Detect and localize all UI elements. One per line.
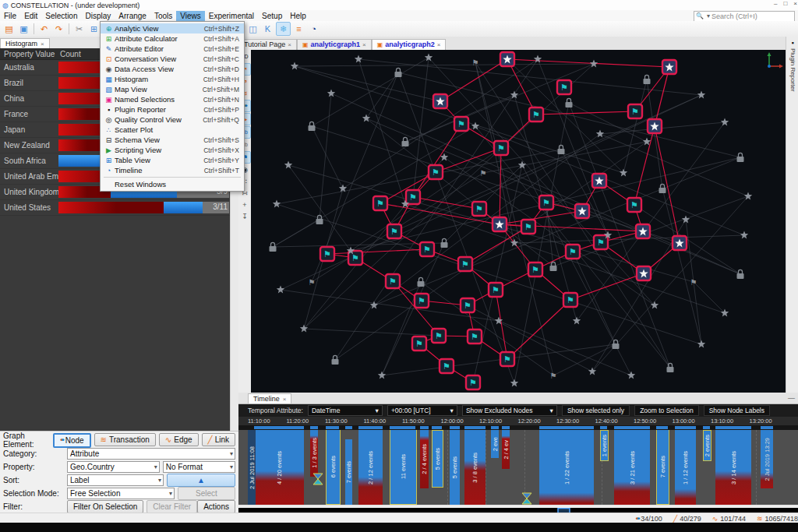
- show-selected-only-button[interactable]: Show selected only: [562, 405, 630, 416]
- pin-icon[interactable]: ↧: [239, 211, 250, 222]
- graph-element-link-button[interactable]: ╱Link: [202, 433, 235, 446]
- tab-histogram[interactable]: Histogram ×: [0, 38, 50, 48]
- show-node-labels-button[interactable]: Show Node Labels: [704, 405, 770, 416]
- graph-node-selected[interactable]: ⚑: [500, 352, 514, 366]
- menu-file[interactable]: File: [0, 11, 20, 21]
- timeline-event-bar[interactable]: 3 / 21 events: [614, 430, 650, 505]
- graph-node-selected[interactable]: ⚑: [386, 274, 400, 288]
- timeline-event-bar[interactable]: 1 / 3 events: [310, 430, 318, 477]
- format-select[interactable]: No Format▾: [163, 461, 235, 473]
- graph-node[interactable]: [284, 161, 292, 169]
- menu-tools[interactable]: Tools: [150, 11, 176, 21]
- tab-close-icon[interactable]: ×: [41, 41, 44, 48]
- graph-node[interactable]: [291, 62, 298, 70]
- category-select[interactable]: Attribute▾: [67, 448, 235, 460]
- timeline-toggle-icon[interactable]: ◔: [307, 23, 320, 35]
- graph-node-selected[interactable]: ⚑: [563, 293, 577, 307]
- tab-close-icon[interactable]: ×: [288, 41, 291, 48]
- graph-node-selected[interactable]: [575, 204, 589, 218]
- timeline-event-bar[interactable]: 6 events: [326, 430, 341, 505]
- graph-canvas[interactable]: ⚑⚑⚑⚑⚑⚑⚑⚑⚑⚑⚑⚑⚑⚑⚑⚑⚑⚑⚑⚑⚑⚑⚑⚑⚑⚑⚑⚑⚑⚑⚑⚑⚑⚑⚑⚑: [251, 50, 786, 393]
- graph-node[interactable]: [534, 55, 542, 63]
- redo-icon[interactable]: ↷: [52, 23, 65, 35]
- graph-node-selected[interactable]: ⚑: [429, 165, 443, 179]
- timeline-event-bar[interactable]: 1 / 22 events: [539, 430, 594, 505]
- graph-node[interactable]: [277, 286, 284, 294]
- menu-selection[interactable]: Selection: [41, 11, 81, 21]
- property-select[interactable]: Geo.Country▾: [67, 461, 160, 473]
- graph-node-selected[interactable]: ⚑: [387, 224, 401, 238]
- graph-node[interactable]: [332, 355, 339, 365]
- menu-edit[interactable]: Edit: [20, 11, 41, 21]
- timeline-event-bar[interactable]: 2 / 4 ev: [502, 430, 510, 469]
- graph-node-selected[interactable]: [592, 174, 606, 188]
- timeline-selection-marker-icon[interactable]: [522, 493, 531, 504]
- graph-element-node-button[interactable]: •••Node: [53, 433, 90, 448]
- menu-item-named-selections[interactable]: ▣Named SelectionsCtrl+Shift+N: [101, 94, 244, 104]
- graph-node[interactable]: [659, 184, 666, 193]
- pan-mode-icon[interactable]: +: [239, 199, 250, 210]
- graph-node-selected[interactable]: ⚑: [528, 262, 542, 277]
- graph-node-selected[interactable]: ⚑: [566, 245, 580, 259]
- new-graph-icon[interactable]: ▤: [2, 23, 16, 35]
- timeline-event-bar[interactable]: 3 / 14 events: [715, 430, 751, 505]
- sort-direction-button[interactable]: ▲: [167, 474, 235, 487]
- timeline-minimize-icon[interactable]: —: [788, 394, 795, 402]
- menu-item-table-view[interactable]: ⊞Table ViewCtrl+Shift+Y: [101, 155, 244, 165]
- histogram-row-united-states[interactable]: United States3/11: [0, 200, 238, 216]
- graph-node-selected[interactable]: ⚑: [440, 359, 454, 373]
- graph-node[interactable]: [395, 68, 402, 77]
- graph-node-selected[interactable]: ⚑: [628, 104, 642, 118]
- graph-node[interactable]: [270, 242, 277, 252]
- graph-node[interactable]: [316, 215, 323, 224]
- menu-item-reset-windows[interactable]: Reset Windows: [101, 179, 244, 189]
- graph-node-selected[interactable]: [636, 224, 650, 238]
- select-button[interactable]: Select: [178, 487, 235, 500]
- graph-node[interactable]: [697, 340, 705, 348]
- zoom-to-selection-button[interactable]: Zoom to Selection: [634, 405, 699, 416]
- k-arrange-icon[interactable]: K: [261, 23, 274, 35]
- graph-node[interactable]: [441, 238, 448, 248]
- graph-node-selected[interactable]: ⚑: [521, 220, 535, 234]
- timeline-event-bar[interactable]: 2 / 12 events: [358, 430, 383, 505]
- tab-analyticgraph2[interactable]: ▣analyticgraph2×: [372, 39, 447, 50]
- filter-on-selection-button[interactable]: Filter On Selection: [67, 500, 143, 513]
- plugin-reporter-tab[interactable]: ▪ Plugin Reporter: [786, 37, 798, 393]
- tab-timeline[interactable]: Timeline ×: [248, 393, 291, 403]
- graph-node-selected[interactable]: [500, 52, 514, 66]
- graph-node-selected[interactable]: [662, 60, 676, 74]
- graph-node[interactable]: [566, 98, 573, 107]
- graph-node[interactable]: [573, 317, 581, 325]
- graph-node-selected[interactable]: ⚑: [406, 190, 420, 204]
- timeline-event-bar[interactable]: 2 events: [703, 430, 711, 461]
- graph-node[interactable]: ⚑: [480, 169, 487, 178]
- timeline-event-bar[interactable]: 4 / 20 events: [254, 430, 304, 505]
- graph-node-selected[interactable]: ⚑: [494, 141, 508, 155]
- timeline-event-bar[interactable]: 2 / 4 events: [420, 430, 429, 488]
- graph-node[interactable]: [370, 301, 378, 309]
- graph-node[interactable]: ⚑: [309, 278, 316, 287]
- sort-select[interactable]: Label▾: [67, 474, 164, 486]
- graph-node[interactable]: [378, 372, 386, 379]
- cut-icon[interactable]: ✂: [72, 23, 86, 35]
- menu-item-attribute-calculator[interactable]: ⊞Attribute CalculatorCtrl+Shift+A: [101, 33, 244, 44]
- graph-node-selected[interactable]: [433, 94, 447, 108]
- menu-item-analytic-view[interactable]: ⊕Analytic ViewCtrl+Shift+Z: [101, 23, 244, 33]
- graph-node-selected[interactable]: ⚑: [461, 298, 475, 312]
- graph-node[interactable]: [558, 145, 565, 154]
- graph-node[interactable]: ⚑: [690, 278, 697, 287]
- maximize-button[interactable]: □: [783, 0, 787, 7]
- menu-item-conversation-view[interactable]: ⊡Conversation ViewCtrl+Shift+C: [101, 54, 244, 64]
- datetime-select[interactable]: DateTime▾: [308, 405, 383, 416]
- menu-help[interactable]: Help: [286, 11, 310, 21]
- graph-node[interactable]: [355, 55, 362, 63]
- menu-item-map-view[interactable]: ▧Map ViewCtrl+Shift+M: [101, 84, 244, 94]
- graph-node[interactable]: [550, 262, 557, 271]
- link-mode-icon[interactable]: ◫: [246, 23, 260, 35]
- graph-node[interactable]: [697, 91, 705, 99]
- graph-node-selected[interactable]: [673, 236, 687, 250]
- graph-node[interactable]: ⚑: [472, 58, 479, 67]
- clear-filter-button[interactable]: Clear Filter: [147, 500, 197, 513]
- timeline-selection-marker-icon[interactable]: [313, 474, 323, 484]
- close-button[interactable]: ×: [793, 0, 797, 7]
